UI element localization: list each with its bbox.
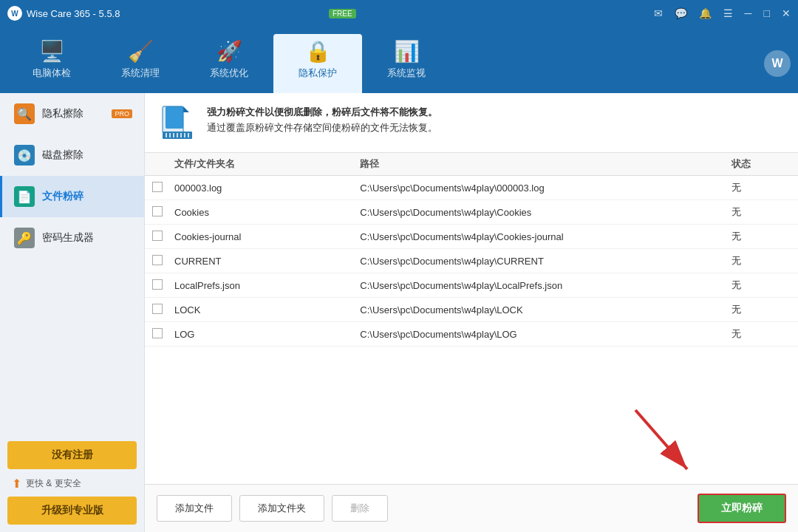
nav-bar: 🖥️ 电脑体检 🧹 系统清理 🚀 系统优化 🔒 隐私保护 📊 系统监视 W [0, 27, 798, 93]
description-text: 强力粉碎文件以便彻底删除，粉碎后文件将不能恢复。 通过覆盖原粉碎文件存储空间使粉… [207, 105, 783, 136]
maximize-icon[interactable]: □ [764, 7, 770, 19]
row-path-5: C:\Users\pc\Documents\w4play\LOCK [360, 304, 732, 316]
row-path-0: C:\Users\pc\Documents\w4play\000003.log [360, 183, 732, 194]
description-area: 强力粉碎文件以便彻底删除，粉碎后文件将不能恢复。 通过覆盖原粉碎文件存储空间使粉… [145, 93, 798, 153]
table-row[interactable]: 000003.log C:\Users\pc\Documents\w4play\… [145, 176, 798, 200]
nav-label-system-clean: 系统清理 [121, 66, 160, 80]
table-row[interactable]: LocalPrefs.json C:\Users\pc\Documents\w4… [145, 273, 798, 298]
title-bar: W Wise Care 365 - 5.5.8 FREE ✉ 💬 🔔 ☰ ─ □… [0, 0, 798, 27]
row-name-2: Cookies-journal [174, 231, 360, 242]
row-status-1: 无 [732, 205, 791, 219]
row-name-5: LOCK [174, 304, 360, 316]
main-area: 🔍 隐私擦除 PRO 💿 磁盘擦除 📄 文件粉碎 🔑 密码生成器 没有注册 ⬆ [0, 93, 798, 532]
row-checkbox-3[interactable] [152, 255, 174, 267]
nav-item-system-optimize[interactable]: 🚀 系统优化 [185, 34, 273, 93]
col-path-header: 路径 [360, 157, 732, 171]
app-version: 5.5.8 [99, 8, 120, 19]
row-name-0: 000003.log [174, 183, 360, 194]
bell-icon[interactable]: 🔔 [699, 7, 712, 19]
row-checkbox-1[interactable] [152, 206, 174, 219]
file-table: 文件/文件夹名 路径 状态 000003.log C:\Users\pc\Doc… [145, 153, 798, 484]
system-clean-icon: 🧹 [128, 41, 154, 62]
col-name-header: 文件/文件夹名 [174, 157, 360, 171]
user-avatar[interactable]: W [764, 50, 791, 77]
row-path-6: C:\Users\pc\Documents\w4play\LOG [360, 329, 732, 340]
privacy-erase-icon: 🔍 [14, 103, 35, 124]
mail-icon[interactable]: ✉ [654, 7, 663, 19]
pro-badge: PRO [112, 109, 132, 118]
row-path-1: C:\Users\pc\Documents\w4play\Cookies [360, 207, 732, 218]
system-monitor-icon: 📊 [394, 41, 420, 62]
nav-label-pc-check: 电脑体检 [33, 66, 71, 80]
row-checkbox-5[interactable] [152, 304, 174, 316]
menu-icon[interactable]: ☰ [723, 7, 733, 19]
disk-erase-icon: 💿 [14, 145, 35, 166]
nav-label-system-monitor: 系统监视 [387, 66, 426, 80]
add-folder-button[interactable]: 添加文件夹 [239, 495, 324, 522]
close-icon[interactable]: ✕ [782, 7, 791, 19]
nav-label-privacy: 隐私保护 [299, 66, 337, 80]
sidebar-bottom: 没有注册 ⬆ 更快 & 更安全 升级到专业版 [0, 434, 144, 532]
sidebar-item-file-shred[interactable]: 📄 文件粉碎 [0, 176, 144, 217]
sidebar-label-password-gen: 密码生成器 [42, 231, 94, 245]
row-status-4: 无 [732, 279, 791, 292]
upgrade-hint: ⬆ 更快 & 更安全 [7, 474, 137, 494]
table-row[interactable]: LOG C:\Users\pc\Documents\w4play\LOG 无 [145, 322, 798, 347]
nav-item-privacy[interactable]: 🔒 隐私保护 [273, 34, 362, 93]
password-gen-icon: 🔑 [14, 228, 35, 248]
col-checkbox-header [152, 157, 174, 171]
row-status-5: 无 [732, 303, 791, 316]
sidebar-item-password-gen[interactable]: 🔑 密码生成器 [0, 217, 144, 259]
description-line2: 通过覆盖原粉碎文件存储空间使粉碎的文件无法恢复。 [207, 120, 783, 136]
svg-rect-1 [166, 106, 183, 129]
sidebar-item-privacy-erase[interactable]: 🔍 隐私擦除 PRO [0, 93, 144, 134]
sidebar-item-disk-erase[interactable]: 💿 磁盘擦除 [0, 134, 144, 176]
system-optimize-icon: 🚀 [216, 41, 242, 62]
app-name: Wise Care 365 [27, 8, 90, 19]
privacy-icon: 🔒 [305, 41, 331, 62]
upgrade-arrow-icon: ⬆ [12, 477, 21, 491]
row-path-3: C:\Users\pc\Documents\w4play\CURRENT [360, 256, 732, 267]
sidebar: 🔍 隐私擦除 PRO 💿 磁盘擦除 📄 文件粉碎 🔑 密码生成器 没有注册 ⬆ [0, 93, 145, 532]
sidebar-label-privacy-erase: 隐私擦除 [42, 107, 83, 120]
svg-marker-2 [183, 106, 189, 112]
row-name-1: Cookies [174, 207, 360, 218]
upgrade-button[interactable]: 升级到专业版 [7, 497, 137, 525]
row-checkbox-4[interactable] [152, 279, 174, 292]
sidebar-label-file-shred: 文件粉碎 [42, 190, 83, 203]
table-row[interactable]: CURRENT C:\Users\pc\Documents\w4play\CUR… [145, 249, 798, 273]
add-file-button[interactable]: 添加文件 [157, 495, 232, 522]
window-controls: ✉ 💬 🔔 ☰ ─ □ ✕ [654, 7, 791, 19]
row-checkbox-6[interactable] [152, 328, 174, 341]
row-checkbox-0[interactable] [152, 182, 174, 194]
minimize-icon[interactable]: ─ [745, 7, 752, 19]
delete-button[interactable]: 删除 [332, 495, 388, 522]
shred-now-button[interactable]: 立即粉碎 [698, 494, 786, 523]
nav-label-system-optimize: 系统优化 [210, 66, 248, 80]
upgrade-hint-text: 更快 & 更安全 [26, 477, 81, 490]
sidebar-label-disk-erase: 磁盘擦除 [42, 149, 83, 162]
app-title: Wise Care 365 - 5.5.8 [27, 8, 324, 19]
nav-item-system-clean[interactable]: 🧹 系统清理 [96, 34, 185, 93]
table-header: 文件/文件夹名 路径 状态 [145, 153, 798, 176]
shred-file-icon [160, 105, 195, 140]
row-status-2: 无 [732, 230, 791, 243]
free-badge: FREE [329, 9, 356, 18]
nav-item-system-monitor[interactable]: 📊 系统监视 [362, 34, 451, 93]
file-rows: 000003.log C:\Users\pc\Documents\w4play\… [145, 176, 798, 347]
bottom-bar: 添加文件 添加文件夹 删除 立即粉碎 [145, 484, 798, 532]
row-path-4: C:\Users\pc\Documents\w4play\LocalPrefs.… [360, 280, 732, 291]
row-status-0: 无 [732, 181, 791, 194]
col-status-header: 状态 [732, 157, 791, 171]
row-name-6: LOG [174, 329, 360, 340]
table-row[interactable]: LOCK C:\Users\pc\Documents\w4play\LOCK 无 [145, 298, 798, 322]
app-logo: W [7, 6, 22, 21]
nav-item-pc-check[interactable]: 🖥️ 电脑体检 [7, 34, 96, 93]
no-register-button[interactable]: 没有注册 [7, 441, 137, 469]
content-area: 强力粉碎文件以便彻底删除，粉碎后文件将不能恢复。 通过覆盖原粉碎文件存储空间使粉… [145, 93, 798, 532]
row-checkbox-2[interactable] [152, 231, 174, 243]
table-row[interactable]: Cookies C:\Users\pc\Documents\w4play\Coo… [145, 200, 798, 225]
row-status-6: 无 [732, 327, 791, 341]
table-row[interactable]: Cookies-journal C:\Users\pc\Documents\w4… [145, 225, 798, 249]
chat-icon[interactable]: 💬 [675, 7, 687, 19]
